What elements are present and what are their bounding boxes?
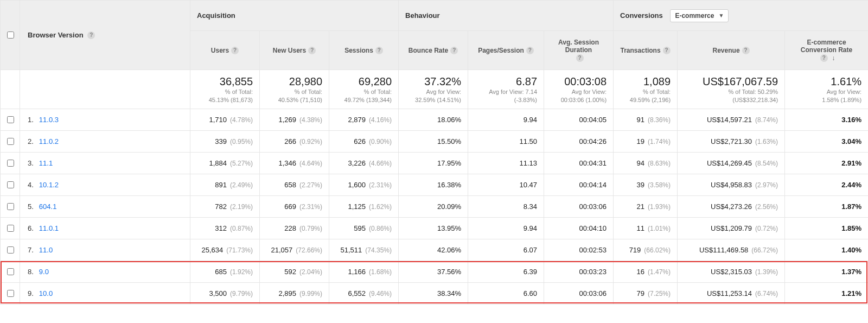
table-row[interactable]: 1.11.0.31,710(4.78%)1,269(4.38%)2,879(4.… (1, 109, 869, 131)
row-checkbox[interactable] (7, 116, 14, 123)
table-row[interactable]: 8.9.0685(1.92%)592(2.04%)1,166(1.68%)37.… (1, 261, 869, 283)
help-icon[interactable]: ? (526, 47, 534, 54)
dimension-link[interactable]: 11.0.3 (39, 116, 59, 124)
row-checkbox-cell[interactable] (1, 261, 20, 283)
dimension-link[interactable]: 604.1 (39, 202, 57, 211)
dimension-cell[interactable]: 1.11.0.3 (20, 109, 190, 131)
row-checkbox[interactable] (7, 160, 14, 167)
dimension-link[interactable]: 10.0 (39, 289, 53, 297)
cell-asd: 00:04:10 (544, 218, 614, 239)
conversions-dropdown[interactable]: E-commerce ▼ (670, 9, 729, 22)
dimension-link[interactable]: 9.0 (39, 268, 49, 276)
help-icon[interactable]: ? (87, 31, 95, 39)
help-icon[interactable]: ? (375, 47, 383, 54)
dimension-cell[interactable]: 6.11.0.1 (20, 218, 190, 239)
table-row[interactable]: 3.11.11,884(5.27%)1,346(4.64%)3,226(4.66… (1, 153, 869, 174)
col-revenue[interactable]: Revenue? (678, 31, 785, 70)
cell-txn: 94(8.63%) (614, 153, 678, 174)
help-icon[interactable]: ? (742, 47, 750, 54)
dimension-cell[interactable]: 9.10.0 (20, 283, 190, 305)
help-icon[interactable]: ? (663, 47, 671, 54)
row-index: 8. (28, 268, 34, 276)
cell-ecr: 3.16% (785, 109, 868, 131)
group-behaviour: Behaviour (399, 1, 614, 31)
select-all-checkbox[interactable] (7, 31, 14, 39)
cell-pps: 6.39 (468, 261, 544, 283)
col-new-users[interactable]: New Users? (260, 31, 329, 70)
dimension-link[interactable]: 11.0.1 (39, 224, 59, 232)
col-ecommerce-conversion-rate[interactable]: E-commerce Conversion Rate ? ↓ (785, 31, 868, 70)
row-checkbox[interactable] (7, 246, 14, 254)
select-all-cell[interactable] (1, 1, 20, 70)
row-checkbox-cell[interactable] (1, 196, 20, 218)
cell-new-users: 658(2.27%) (260, 174, 329, 196)
col-pages-session[interactable]: Pages/Session? (468, 31, 544, 70)
row-checkbox-cell[interactable] (1, 218, 20, 239)
dimension-cell[interactable]: 3.11.1 (20, 153, 190, 174)
row-checkbox[interactable] (7, 290, 14, 297)
cell-users: 339(0.95%) (190, 131, 260, 153)
cell-asd: 00:03:06 (544, 283, 614, 305)
cell-pps: 11.13 (468, 153, 544, 174)
cell-sessions: 626(0.90%) (329, 131, 399, 153)
dimension-link[interactable]: 11.1 (39, 159, 53, 167)
row-checkbox[interactable] (7, 225, 14, 232)
row-checkbox-cell[interactable] (1, 239, 20, 261)
row-checkbox[interactable] (7, 268, 14, 275)
cell-ecr: 1.85% (785, 218, 868, 239)
help-icon[interactable]: ? (308, 47, 316, 54)
dimension-cell[interactable]: 7.11.0 (20, 239, 190, 261)
cell-new-users: 1,346(4.64%) (260, 153, 329, 174)
cell-pps: 8.34 (468, 196, 544, 218)
help-icon[interactable]: ? (231, 47, 239, 54)
col-bounce-rate[interactable]: Bounce Rate? (399, 31, 468, 70)
cell-asd: 00:03:06 (544, 196, 614, 218)
help-icon[interactable]: ? (820, 54, 828, 62)
dimension-link[interactable]: 11.0.2 (39, 137, 59, 145)
table-row[interactable]: 9.10.03,500(9.79%)2,895(9.99%)6,552(9.46… (1, 283, 869, 305)
cell-pps: 9.94 (468, 218, 544, 239)
dimension-cell[interactable]: 5.604.1 (20, 196, 190, 218)
help-icon[interactable]: ? (450, 47, 458, 54)
dimension-cell[interactable]: 2.11.0.2 (20, 131, 190, 153)
dimension-link[interactable]: 11.0 (39, 246, 53, 254)
col-transactions[interactable]: Transactions? (614, 31, 678, 70)
col-sessions[interactable]: Sessions? (329, 31, 399, 70)
cell-rev: US$14,269.45(8.54%) (678, 153, 785, 174)
table-row[interactable]: 7.11.025,634(71.73%)21,057(72.66%)51,511… (1, 239, 869, 261)
dimension-cell[interactable]: 8.9.0 (20, 261, 190, 283)
cell-new-users: 592(2.04%) (260, 261, 329, 283)
table-row[interactable]: 2.11.0.2339(0.95%)266(0.92%)626(0.90%)15… (1, 131, 869, 153)
cell-txn: 91(8.36%) (614, 109, 678, 131)
chevron-down-icon: ▼ (718, 12, 724, 18)
cell-new-users: 669(2.31%) (260, 196, 329, 218)
cell-bounce: 17.95% (399, 153, 468, 174)
row-checkbox-cell[interactable] (1, 174, 20, 196)
row-checkbox-cell[interactable] (1, 131, 20, 153)
row-checkbox[interactable] (7, 138, 14, 145)
cell-rev: US$4,958.83(2.97%) (678, 174, 785, 196)
col-users[interactable]: Users? (190, 31, 260, 70)
row-checkbox[interactable] (7, 203, 14, 210)
summary-bounce: 37.32% Avg for View: 32.59% (14.51%) (399, 70, 468, 109)
col-avg-session-duration[interactable]: Avg. Session Duration? (544, 31, 614, 70)
row-checkbox-cell[interactable] (1, 283, 20, 305)
table-row[interactable]: 5.604.1782(2.19%)669(2.31%)1,125(1.62%)2… (1, 196, 869, 218)
cell-txn: 19(1.74%) (614, 131, 678, 153)
row-checkbox-cell[interactable] (1, 109, 20, 131)
dimension-header[interactable]: Browser Version ? (20, 1, 190, 70)
cell-rev: US$111,469.58(66.72%) (678, 239, 785, 261)
table-row[interactable]: 4.10.1.2891(2.49%)658(2.27%)1,600(2.31%)… (1, 174, 869, 196)
dimension-cell[interactable]: 4.10.1.2 (20, 174, 190, 196)
row-checkbox-cell[interactable] (1, 153, 20, 174)
analytics-table: Browser Version ? Acquisition Behaviour … (0, 0, 868, 305)
dimension-link[interactable]: 10.1.2 (39, 181, 59, 189)
cell-users: 1,710(4.78%) (190, 109, 260, 131)
row-checkbox[interactable] (7, 181, 14, 188)
cell-txn: 719(66.02%) (614, 239, 678, 261)
table-row[interactable]: 6.11.0.1312(0.87%)228(0.79%)595(0.86%)13… (1, 218, 869, 239)
summary-rev: US$167,067.59 % of Total: 50.29% (US$332… (678, 70, 785, 109)
help-icon[interactable]: ? (576, 54, 584, 62)
cell-bounce: 20.09% (399, 196, 468, 218)
row-index: 4. (28, 181, 34, 189)
